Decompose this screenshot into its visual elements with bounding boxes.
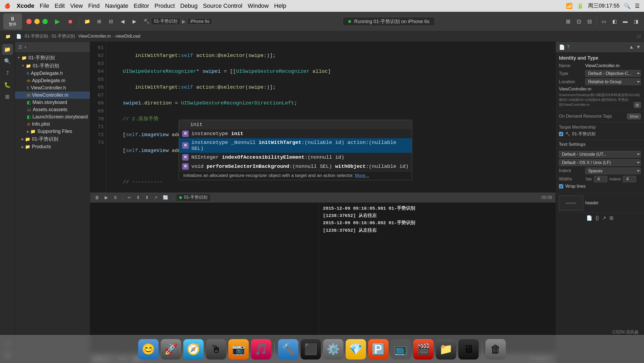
menu-xcode[interactable]: Xcode bbox=[17, 2, 34, 9]
dock-terminal[interactable]: ⬛ bbox=[301, 339, 321, 360]
dock-launchpad[interactable]: 🚀 bbox=[161, 339, 181, 360]
layout-btn1[interactable]: ▭ bbox=[599, 17, 609, 26]
activity-git[interactable]: ⤴ bbox=[2, 68, 13, 78]
menu-source-control[interactable]: Source Control bbox=[203, 2, 243, 9]
nav-back-btn[interactable]: ◀ bbox=[118, 17, 127, 26]
dock-music[interactable]: 🎵 bbox=[251, 339, 271, 360]
wrap-lines-checkbox[interactable] bbox=[559, 184, 563, 188]
ac-item-2[interactable]: M NSInteger indexOfAccessibilityElement:… bbox=[179, 153, 412, 162]
tree-viewcontroller-h[interactable]: h ViewController.h bbox=[15, 84, 90, 92]
dock-presentation[interactable]: 🅿️ bbox=[368, 339, 389, 360]
rp-file-btn[interactable]: 📄 bbox=[559, 44, 565, 50]
breadcrumb-project[interactable]: 01-手势识别 bbox=[25, 34, 48, 38]
dock-blank1[interactable]: 📺 bbox=[391, 339, 411, 360]
breadcrumb-target[interactable]: 01-手势识别 bbox=[52, 34, 75, 38]
rp-quick-help-btn[interactable]: ? bbox=[567, 44, 570, 50]
autocomplete-dropdown[interactable]: init M instancetype init M instancetype … bbox=[179, 120, 412, 180]
tree-appdelegate-m[interactable]: m AppDelegate.m bbox=[15, 77, 90, 84]
tab-width-input[interactable] bbox=[594, 176, 607, 182]
menu-edit[interactable]: Edit bbox=[54, 2, 65, 9]
close-button[interactable] bbox=[26, 19, 32, 24]
type-select[interactable]: Default - Objective-C... bbox=[585, 70, 641, 77]
breadcrumb-nav-btn[interactable]: 📁 bbox=[3, 32, 13, 41]
tree-root[interactable]: ▼ 📁 01-手势识别 bbox=[15, 54, 90, 62]
rp-expand-btn[interactable]: ▼ bbox=[636, 44, 641, 50]
continue-btn[interactable]: 🔄 bbox=[161, 194, 170, 201]
menu-editor[interactable]: Editor bbox=[134, 2, 149, 9]
dock-xcode[interactable]: 🔨 bbox=[278, 339, 298, 360]
file-nav-btn[interactable]: 📁 bbox=[82, 17, 92, 26]
menu-debug[interactable]: Debug bbox=[180, 2, 198, 9]
location-select[interactable]: Relative to Group bbox=[585, 78, 641, 85]
dock-system-prefs[interactable]: ⚙️ bbox=[323, 339, 343, 360]
menu-view[interactable]: View bbox=[70, 2, 83, 9]
layout-btn3[interactable]: ▬ bbox=[620, 17, 630, 26]
menu-find[interactable]: Find bbox=[88, 2, 100, 9]
rp-doc-btn[interactable]: 📄 bbox=[586, 215, 592, 221]
breadcrumb-file[interactable]: ViewController.m bbox=[78, 34, 111, 38]
tree-main-storyboard[interactable]: ◧ Main.storyboard bbox=[15, 99, 90, 106]
dock-safari[interactable]: 🧭 bbox=[183, 339, 204, 360]
code-area[interactable]: 61 62 63 64 65 66 67 68 69 70 71 bbox=[90, 42, 555, 193]
scheme-dropdown[interactable]: 01-手势识别 bbox=[151, 18, 180, 25]
ac-more-link[interactable]: More... bbox=[355, 173, 369, 178]
encoding-select[interactable]: Default - Unicode (UT... bbox=[559, 151, 641, 158]
tree-assets[interactable]: 🗂 Assets.xcassets bbox=[15, 106, 90, 113]
step-into-btn[interactable]: ⬇ bbox=[135, 194, 141, 201]
minimize-button[interactable] bbox=[34, 19, 40, 24]
nav-fwd-btn[interactable]: ▶ bbox=[130, 17, 139, 26]
ac-item-1[interactable]: M instancetype _Nonnull initWithTarget:(… bbox=[179, 138, 412, 153]
ac-item-0[interactable]: M instancetype init bbox=[179, 129, 412, 138]
activity-search[interactable]: 🔍 bbox=[2, 56, 13, 67]
dock-sketch[interactable]: 💎 bbox=[346, 339, 366, 360]
rp-collapse-btn[interactable]: ▲ bbox=[629, 44, 634, 50]
tree-launch-storyboard[interactable]: ◧ LaunchScreen.storyboard bbox=[15, 113, 90, 121]
debug-toggle-btn[interactable]: ⊡ bbox=[574, 17, 584, 26]
dock-finder2[interactable]: 📁 bbox=[436, 339, 456, 360]
target-checkbox[interactable] bbox=[559, 132, 563, 136]
show-btn[interactable]: Show bbox=[627, 114, 641, 119]
step-over-btn[interactable]: ↩ bbox=[126, 194, 133, 201]
menu-product[interactable]: Product bbox=[155, 2, 175, 9]
stop-button[interactable]: ■ bbox=[65, 16, 76, 27]
rp-grid-btn[interactable]: ⊞ bbox=[609, 215, 613, 221]
apple-menu[interactable]: 🍎 bbox=[4, 3, 10, 9]
diff-btn[interactable]: ⊟ bbox=[106, 17, 116, 26]
menu-window[interactable]: Window bbox=[248, 2, 269, 9]
menu-file[interactable]: File bbox=[40, 2, 49, 9]
ac-item-3[interactable]: M void performSelectorInBackground:(nonn… bbox=[179, 162, 412, 171]
dock-finder[interactable]: 😊 bbox=[138, 339, 159, 360]
pause-debug-btn[interactable]: ⏸ bbox=[112, 195, 119, 201]
tree-group[interactable]: ▼ 📁 01-手势识别 bbox=[15, 62, 90, 70]
maximize-button[interactable] bbox=[42, 19, 48, 24]
dock-media[interactable]: 🎬 bbox=[413, 339, 434, 360]
activity-extensions[interactable]: ⊞ bbox=[2, 91, 13, 102]
run-debug-btn[interactable]: ▶ bbox=[103, 194, 109, 201]
menu-help[interactable]: Help bbox=[274, 2, 286, 9]
line-endings-select[interactable]: Default - OS X / Unix (LF) bbox=[559, 159, 641, 166]
step-out-btn[interactable]: ⬆ bbox=[144, 194, 150, 201]
dock-mouse[interactable]: 🖱 bbox=[206, 339, 226, 360]
run-button[interactable]: ▶ bbox=[52, 16, 63, 27]
tree-appdelegate-h[interactable]: h AppDelegate.h bbox=[15, 70, 90, 77]
dock-app2[interactable]: 🖥 bbox=[458, 339, 479, 360]
device-selector[interactable]: iPhone 6s bbox=[187, 18, 212, 25]
utilities-toggle-btn[interactable]: ⊟ bbox=[585, 17, 594, 26]
sidebar-menu-btn[interactable]: ☰ bbox=[18, 45, 22, 50]
step-addr-btn[interactable]: ↗ bbox=[152, 194, 159, 201]
layout-btn2[interactable]: ◧ bbox=[610, 17, 619, 26]
pause-button[interactable]: ⏸ 暂停 bbox=[3, 13, 22, 30]
indent-select[interactable]: Spaces bbox=[585, 168, 641, 174]
dock-photos[interactable]: 📷 bbox=[228, 339, 249, 360]
menu-icon[interactable]: ☰ bbox=[635, 3, 640, 9]
dock-trash[interactable]: 🗑 bbox=[485, 339, 506, 360]
tree-group2[interactable]: ▶ 📁 01-手势识别 bbox=[15, 135, 90, 143]
tree-supporting-files[interactable]: ▶ 📁 Supporting Files bbox=[15, 128, 90, 135]
code-editor[interactable]: 61 62 63 64 65 66 67 68 69 70 71 bbox=[90, 42, 555, 363]
menu-navigate[interactable]: Navigate bbox=[105, 2, 129, 9]
tree-products[interactable]: ▶ 📁 Products bbox=[15, 143, 90, 150]
source-btn[interactable]: ⊞ bbox=[94, 17, 104, 26]
sidebar-add-btn[interactable]: + bbox=[24, 45, 27, 50]
rp-share-btn[interactable]: ↗ bbox=[602, 215, 606, 221]
inspector-toggle-btn[interactable]: ⊞ bbox=[563, 17, 573, 26]
